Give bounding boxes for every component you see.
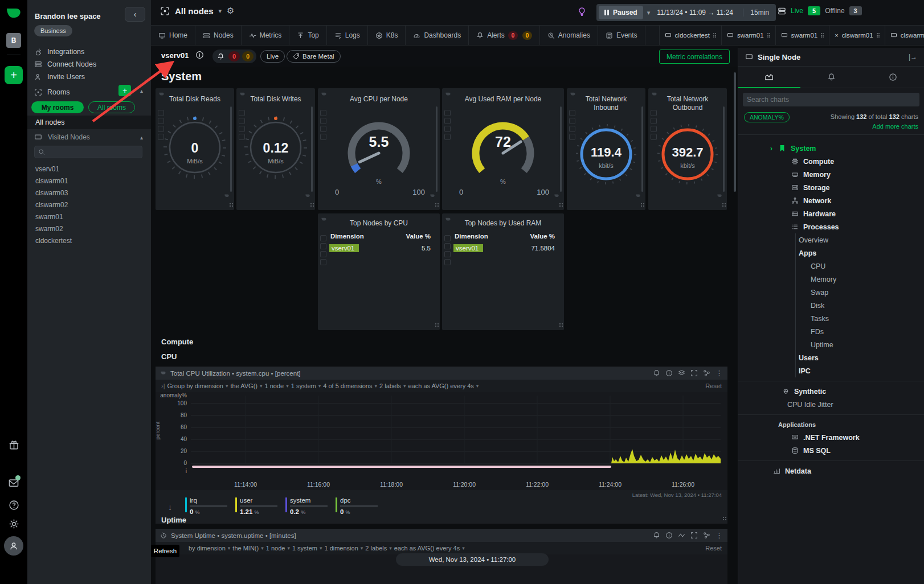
chart-zigzag-icon[interactable] <box>678 532 685 539</box>
rooms-collapse-caret[interactable]: ▴ <box>140 88 143 94</box>
space-avatar[interactable]: B <box>6 33 21 48</box>
tab-alerts[interactable]: Alerts 0 0 <box>469 26 540 45</box>
cpu-plot-area[interactable]: percent anomaly% 100 80 60 40 20 0 i <box>156 392 727 490</box>
gauge-card-net-inbound[interactable]: Total Network Inbound 119.4 kbit/s <box>567 88 645 210</box>
room-all-nodes[interactable]: All nodes <box>27 116 151 129</box>
tree-item-dotnet[interactable]: .NET Framework <box>738 431 924 444</box>
room-settings-gear-icon[interactable]: ⚙ <box>227 6 234 16</box>
offline-count-badge[interactable]: 3 <box>849 6 862 15</box>
node-bare-metal-pill[interactable]: Bare Metal <box>287 50 341 63</box>
add-room-button[interactable]: + <box>118 85 131 96</box>
tab-grip-icon[interactable] <box>877 33 880 38</box>
add-more-charts-link[interactable]: Add more charts <box>831 122 918 131</box>
tree-item-hardware[interactable]: Hardware <box>738 207 924 220</box>
chart-menu-dots-icon[interactable]: ⋮ <box>716 531 723 540</box>
resize-handle[interactable] <box>723 519 724 520</box>
table-row-dimension[interactable]: vserv01 <box>329 244 359 252</box>
table-row-dimension[interactable]: vserv01 <box>453 244 483 252</box>
sidebar-search-input[interactable] <box>48 148 138 156</box>
control-dimensions[interactable]: 1 dimension▾ <box>324 545 363 552</box>
tab-info-panel[interactable] <box>862 67 924 88</box>
tree-item-apps-fds[interactable]: FDs <box>796 325 924 338</box>
chart-menu-dots-icon[interactable]: ⋮ <box>716 369 723 377</box>
collapse-panel-icon[interactable]: |→ <box>909 53 917 61</box>
room-caret-icon[interactable]: ▾ <box>219 7 222 15</box>
resize-handle[interactable] <box>559 326 561 327</box>
gauge-card-avg-cpu[interactable]: Avg CPU per Node 5.5 % 0 100 <box>318 88 440 210</box>
inbox-icon[interactable] <box>0 477 27 488</box>
control-instances[interactable]: 1 system▾ <box>291 383 321 389</box>
visited-collapse-caret[interactable]: ▴ <box>140 134 143 141</box>
tab-home[interactable]: Home <box>151 26 195 45</box>
anomaly-filter-badge[interactable]: ANOMALY% <box>744 112 790 122</box>
tree-item-compute[interactable]: Compute <box>738 155 924 168</box>
tree-item-processes[interactable]: Processes <box>738 220 924 233</box>
room-selector[interactable]: All nodes <box>175 6 214 16</box>
tree-item-netdata[interactable]: Netdata <box>738 464 924 478</box>
settings-gear-icon[interactable] <box>0 519 27 529</box>
tree-item-memory[interactable]: Memory <box>738 168 924 181</box>
node-name[interactable]: vserv01 <box>161 51 189 60</box>
chart-layers-icon[interactable] <box>678 369 685 377</box>
time-window[interactable]: 15min <box>743 9 769 17</box>
tree-item-apps-tasks[interactable]: Tasks <box>796 312 924 325</box>
visited-node-item[interactable]: vserv01 <box>27 163 151 175</box>
node-tab-clswarm01[interactable]: × clswarm01 <box>829 26 884 45</box>
resize-handle[interactable] <box>230 205 231 207</box>
tree-item-apps-disk[interactable]: Disk <box>796 299 924 312</box>
gauge-card-avg-ram[interactable]: Avg Used RAM per Node 72 % 0 100 <box>442 88 564 210</box>
user-avatar[interactable] <box>4 536 23 556</box>
sidebar-item-invite-users[interactable]: Invite Users <box>27 71 151 83</box>
chart-expand-icon[interactable] <box>690 369 698 377</box>
node-tab-swarm01[interactable]: swarm01 <box>721 26 775 45</box>
control-group-by[interactable]: by dimension▾ <box>189 545 230 552</box>
chart-search[interactable] <box>743 93 919 106</box>
tab-logs[interactable]: Logs <box>327 26 368 45</box>
sidebar-collapse-button[interactable]: ‹ <box>125 7 145 22</box>
refresh-button[interactable]: Refresh <box>151 545 179 557</box>
pause-caret-icon[interactable]: ▾ <box>647 9 651 17</box>
resize-handle[interactable] <box>435 326 436 327</box>
tree-item-system[interactable]: › System <box>738 142 924 155</box>
control-dimensions[interactable]: 4 of 5 dimensions▾ <box>323 383 377 389</box>
sidebar-item-connect-nodes[interactable]: Connect Nodes <box>27 58 151 71</box>
tree-item-ipc[interactable]: IPC <box>796 364 924 377</box>
card-scrollbar[interactable] <box>311 106 313 192</box>
tab-top[interactable]: Top <box>289 26 326 45</box>
node-info-icon[interactable] <box>195 51 204 59</box>
tree-item-apps-swap[interactable]: Swap <box>796 286 924 299</box>
resize-handle[interactable] <box>559 205 561 207</box>
live-count-badge[interactable]: 5 <box>808 6 820 15</box>
all-rooms-button[interactable]: All rooms <box>88 101 135 113</box>
control-nodes[interactable]: 1 node▾ <box>266 545 290 552</box>
chart-correlate-icon[interactable] <box>703 369 710 377</box>
visited-node-item[interactable]: clswarm02 <box>27 199 151 211</box>
sidebar-search[interactable] <box>34 146 142 158</box>
netdata-logo-icon[interactable] <box>5 5 23 23</box>
sidebar-item-rooms[interactable]: Rooms <box>27 86 151 98</box>
tree-item-overview[interactable]: Overview <box>796 233 924 246</box>
chart-correlate-icon[interactable] <box>703 532 710 539</box>
bell-icon[interactable] <box>217 53 224 60</box>
tree-item-network[interactable]: Network <box>738 194 924 207</box>
gift-icon[interactable] <box>0 439 27 450</box>
tree-item-apps-uptime[interactable]: Uptime <box>796 338 924 351</box>
tree-item-apps-cpu[interactable]: CPU <box>796 260 924 273</box>
card-scrollbar[interactable] <box>560 106 562 192</box>
chart-type-icons[interactable] <box>444 235 451 265</box>
chart-alert-bell-icon[interactable] <box>653 532 660 539</box>
metric-correlations-button[interactable]: Metric correlations <box>659 50 730 64</box>
tree-item-storage[interactable]: Storage <box>738 181 924 194</box>
card-scrollbar[interactable] <box>723 106 725 192</box>
tree-item-apps-memory[interactable]: Memory <box>796 273 924 286</box>
table-col-dimension[interactable]: Dimension <box>455 233 488 240</box>
table-col-value[interactable]: Value % <box>530 233 555 240</box>
tab-nodes[interactable]: Nodes <box>195 26 242 45</box>
table-col-dimension[interactable]: Dimension <box>330 233 364 240</box>
node-live-pill[interactable]: Live <box>260 50 285 63</box>
add-space-button[interactable]: + <box>5 66 23 84</box>
chart-info-icon[interactable] <box>665 532 673 539</box>
tree-item-users[interactable]: Users <box>796 351 924 364</box>
control-each-as[interactable]: each as AVG() every 4s▾ <box>394 545 465 552</box>
resize-handle[interactable] <box>641 205 642 207</box>
